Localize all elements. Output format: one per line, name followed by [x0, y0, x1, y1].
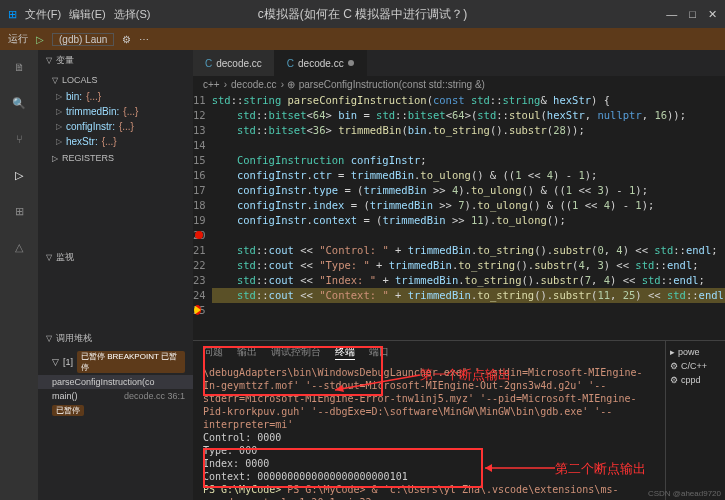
minimize-button[interactable]: — — [666, 8, 677, 21]
locals-header[interactable]: ▽Locals — [38, 71, 193, 89]
tab-decode-1[interactable]: Cdecode.cc — [193, 50, 275, 76]
sidebar: ▽变量 ▽Locals ▷bin: {...} ▷trimmedBin: {..… — [38, 50, 193, 500]
var-configinstr[interactable]: ▷configInstr: {...} — [38, 119, 193, 134]
tab-decode-2[interactable]: Cdecode.cc — [275, 50, 367, 76]
watermark: CSDN @ahead9720 — [648, 489, 721, 498]
more-icon[interactable]: ⋯ — [139, 34, 149, 45]
callstack-frame-0[interactable]: parseConfigInstruction(co — [38, 375, 193, 389]
watch-section-header[interactable]: ▽监视 — [38, 247, 193, 268]
scm-icon[interactable]: ⑂ — [8, 128, 30, 150]
line-gutter[interactable]: 111213141516171819202122232425 — [193, 93, 212, 340]
editor-tabs: Cdecode.cc Cdecode.cc — [193, 50, 725, 76]
close-button[interactable]: ✕ — [708, 8, 717, 21]
callstack-thread[interactable]: ▽[1]已暂停 BREAKPOINT 已暂停 — [38, 349, 193, 375]
tab-ports[interactable]: 端口 — [369, 345, 389, 360]
title-bar: ⊞ 文件(F) 编辑(E) 选择(S) c模拟器(如何在 C 模拟器中进行调试？… — [0, 0, 725, 28]
window-title: c模拟器(如何在 C 模拟器中进行调试？) — [258, 6, 467, 23]
code-content[interactable]: std::string parseConfigInstruction(const… — [212, 93, 725, 340]
tab-output[interactable]: 输出 — [237, 345, 257, 360]
terminal-tabs: 问题 输出 调试控制台 终端 端口 — [193, 341, 665, 364]
term-shell-cppd[interactable]: ⚙ cppd — [670, 373, 721, 387]
files-icon[interactable]: 🗎 — [8, 56, 30, 78]
debug-icon[interactable]: ▷ — [8, 164, 30, 186]
play-icon[interactable]: ▷ — [36, 34, 44, 45]
callstack-frame-1[interactable]: main()decode.cc 36:1 — [38, 389, 193, 403]
terminal-body[interactable]: \debugAdapters\bin\WindowsDebugLauncher.… — [193, 364, 665, 500]
extensions-icon[interactable]: ⊞ — [8, 200, 30, 222]
callstack-paused: 已暂停 — [38, 403, 193, 418]
activity-bar: 🗎 🔍 ⑂ ▷ ⊞ △ — [0, 50, 38, 500]
var-hexstr[interactable]: ▷hexStr: {...} — [38, 134, 193, 149]
registers-header[interactable]: ▷Registers — [38, 149, 193, 167]
menu-file[interactable]: 文件(F) — [25, 7, 61, 22]
var-bin[interactable]: ▷bin: {...} — [38, 89, 193, 104]
tab-terminal[interactable]: 终端 — [335, 345, 355, 360]
test-icon[interactable]: △ — [8, 236, 30, 258]
main-layout: 🗎 🔍 ⑂ ▷ ⊞ △ ▽变量 ▽Locals ▷bin: {...} ▷tri… — [0, 50, 725, 500]
modified-dot-icon — [348, 60, 354, 66]
terminal-sidebar: ▸ powe ⚙ C/C++ ⚙ cppd — [665, 341, 725, 500]
debug-toolbar: 运行 ▷ (gdb) Laun ⚙ ⋯ — [0, 28, 725, 50]
term-shell-powe[interactable]: ▸ powe — [670, 345, 721, 359]
vars-section-header[interactable]: ▽变量 — [38, 50, 193, 71]
callstack-section-header[interactable]: ▽调用堆栈 — [38, 328, 193, 349]
var-trimmedbin[interactable]: ▷trimmedBin: {...} — [38, 104, 193, 119]
menu-select[interactable]: 选择(S) — [114, 7, 151, 22]
breadcrumb[interactable]: c++ › decode.cc › ⊕ parseConfigInstructi… — [193, 76, 725, 93]
run-label: 运行 — [8, 32, 28, 46]
terminal-panel: 问题 输出 调试控制台 终端 端口 \debugAdapters\bin\Win… — [193, 340, 725, 500]
tab-problems[interactable]: 问题 — [203, 345, 223, 360]
window-controls: — □ ✕ — [666, 8, 717, 21]
tab-debugconsole[interactable]: 调试控制台 — [271, 345, 321, 360]
menu-edit[interactable]: 编辑(E) — [69, 7, 106, 22]
search-icon[interactable]: 🔍 — [8, 92, 30, 114]
maximize-button[interactable]: □ — [689, 8, 696, 21]
gear-icon[interactable]: ⚙ — [122, 34, 131, 45]
debug-config-select[interactable]: (gdb) Laun — [52, 33, 114, 46]
term-shell-cpp[interactable]: ⚙ C/C++ — [670, 359, 721, 373]
vscode-logo-icon: ⊞ — [8, 8, 17, 21]
editor-area: Cdecode.cc Cdecode.cc c++ › decode.cc › … — [193, 50, 725, 500]
code-editor[interactable]: 111213141516171819202122232425 std::stri… — [193, 93, 725, 340]
